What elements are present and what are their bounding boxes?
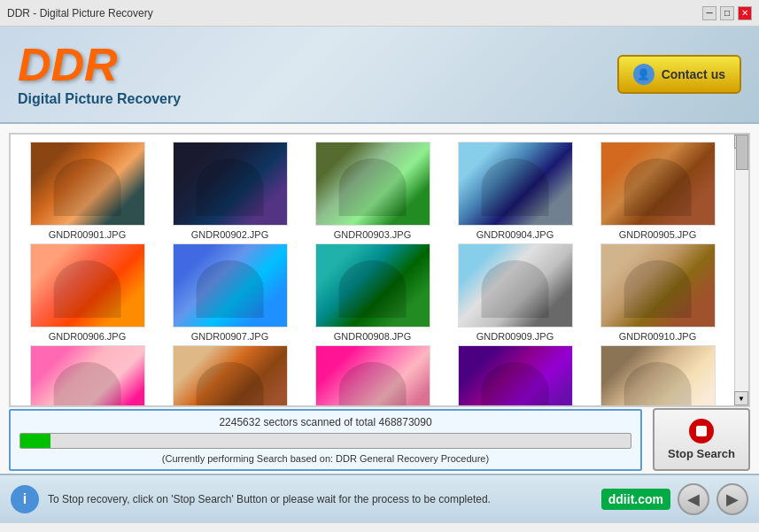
gallery-item[interactable]: GNDR00907.JPG	[160, 243, 299, 342]
status-bar: i To Stop recovery, click on 'Stop Searc…	[0, 474, 759, 523]
progress-status-text: (Currently performing Search based on: D…	[19, 453, 631, 464]
ddr-logo: DDR	[18, 42, 181, 88]
minimize-button[interactable]: ─	[702, 6, 716, 20]
scrollbar[interactable]: ▲ ▼	[734, 135, 748, 405]
back-button[interactable]: ◀	[678, 483, 709, 515]
contact-icon: 👤	[633, 64, 654, 85]
gallery-item-label: GNDR00907.JPG	[191, 331, 268, 342]
photo-thumbnail	[458, 243, 573, 328]
gallery-item[interactable]: GNDR00912.JPG	[160, 345, 299, 405]
gallery-item-label: GNDR00901.JPG	[49, 229, 126, 240]
close-button[interactable]: ✕	[738, 6, 752, 20]
photo-thumbnail	[173, 243, 288, 328]
progress-section: 2245632 sectors scanned of total 4688730…	[9, 407, 750, 465]
photo-thumbnail	[315, 345, 430, 405]
photo-thumbnail	[315, 243, 430, 328]
photo-thumbnail	[458, 142, 573, 226]
photo-thumbnail	[30, 345, 145, 405]
brand-badge: ddiit.com	[601, 489, 670, 510]
maximize-button[interactable]: □	[720, 6, 734, 20]
scrollbar-thumb[interactable]	[736, 135, 748, 170]
scrollbar-down[interactable]: ▼	[734, 391, 748, 405]
gallery-item[interactable]: GNDR00911.JPG	[18, 345, 157, 405]
gallery-item[interactable]: GNDR00909.JPG	[445, 243, 585, 342]
gallery-scroll: GNDR00901.JPGGNDR00902.JPGGNDR00903.JPGG…	[11, 135, 748, 405]
gallery-item[interactable]: GNDR00904.JPG	[445, 142, 585, 240]
photo-thumbnail	[600, 142, 716, 226]
info-icon: i	[11, 485, 39, 513]
forward-button[interactable]: ▶	[716, 483, 748, 515]
gallery-item[interactable]: GNDR00913.JPG	[303, 345, 442, 405]
gallery-grid: GNDR00901.JPGGNDR00902.JPGGNDR00903.JPGG…	[11, 135, 748, 405]
main-content: GNDR00901.JPGGNDR00902.JPGGNDR00903.JPGG…	[0, 124, 759, 474]
gallery-item-label: GNDR00906.JPG	[49, 331, 126, 342]
status-right: ddiit.com ◀ ▶	[601, 483, 748, 515]
gallery-item-label: GNDR00902.JPG	[191, 229, 268, 240]
sectors-scanned-text: 2245632 sectors scanned of total 4688730…	[19, 416, 631, 428]
gallery-item-label: GNDR00909.JPG	[476, 331, 554, 342]
status-message: To Stop recovery, click on 'Stop Search'…	[48, 493, 491, 505]
gallery-item-label: GNDR00910.JPG	[619, 331, 696, 342]
status-left: i To Stop recovery, click on 'Stop Searc…	[11, 485, 592, 513]
gallery-item-label: GNDR00905.JPG	[619, 229, 696, 240]
stop-search-button[interactable]: Stop Search	[653, 408, 750, 471]
photo-thumbnail	[315, 142, 430, 226]
photo-thumbnail	[173, 345, 288, 405]
stop-icon-inner	[696, 426, 707, 436]
photo-thumbnail	[30, 142, 145, 226]
photo-thumbnail	[173, 142, 288, 226]
gallery-item-label: GNDR00903.JPG	[334, 229, 411, 240]
gallery-item[interactable]: GNDR00903.JPG	[303, 142, 442, 240]
gallery-item[interactable]: GNDR00906.JPG	[18, 243, 157, 342]
progress-bar-fill	[20, 434, 50, 448]
window-controls: ─ □ ✕	[702, 6, 752, 20]
progress-info-box: 2245632 sectors scanned of total 4688730…	[9, 409, 642, 471]
gallery-item-label: GNDR00904.JPG	[476, 229, 554, 240]
photo-thumbnail	[30, 243, 145, 328]
app-subtitle: Digital Picture Recovery	[18, 91, 181, 107]
photo-thumbnail	[600, 243, 716, 328]
progress-bar-container	[19, 433, 631, 449]
app-header: DDR Digital Picture Recovery 👤 Contact u…	[0, 27, 759, 124]
window-title: DDR - Digital Picture Recovery	[7, 7, 153, 19]
gallery-item[interactable]: GNDR00915.JPG	[588, 345, 727, 405]
contact-us-button[interactable]: 👤 Contact us	[617, 55, 741, 94]
photo-thumbnail	[458, 345, 573, 405]
gallery-item-label: GNDR00908.JPG	[334, 331, 411, 342]
gallery-item[interactable]: GNDR00908.JPG	[303, 243, 442, 342]
photo-thumbnail	[600, 345, 716, 405]
gallery-item[interactable]: GNDR00910.JPG	[588, 243, 727, 342]
contact-button-label: Contact us	[662, 67, 725, 81]
stop-icon	[689, 419, 714, 443]
gallery-item[interactable]: GNDR00902.JPG	[160, 142, 299, 240]
stop-search-label: Stop Search	[668, 447, 735, 460]
gallery-item[interactable]: GNDR00914.JPG	[445, 345, 585, 405]
gallery-item[interactable]: GNDR00905.JPG	[588, 142, 727, 240]
title-bar: DDR - Digital Picture Recovery ─ □ ✕	[0, 0, 759, 27]
header-branding: DDR Digital Picture Recovery	[18, 42, 181, 107]
gallery-container: GNDR00901.JPGGNDR00902.JPGGNDR00903.JPGG…	[9, 133, 750, 407]
gallery-item[interactable]: GNDR00901.JPG	[18, 142, 157, 240]
